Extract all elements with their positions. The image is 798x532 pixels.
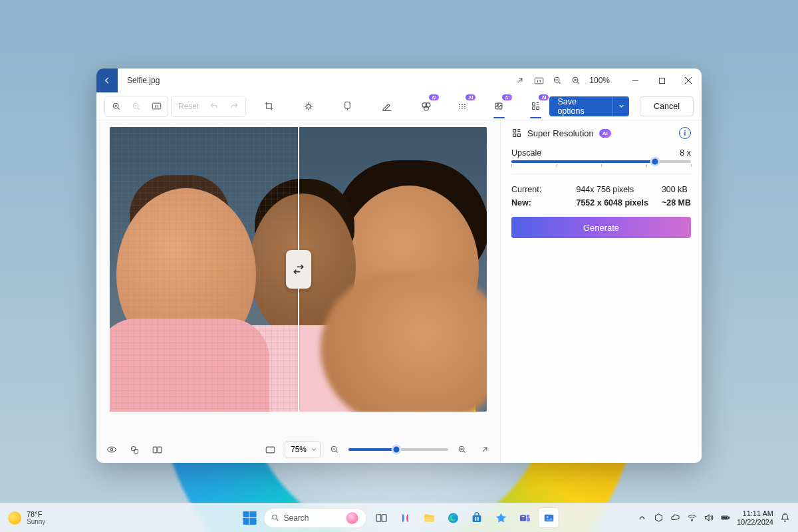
save-options-label: Save options (549, 97, 612, 116)
svg-point-38 (692, 520, 692, 521)
svg-rect-28 (475, 517, 476, 519)
start-button[interactable] (240, 508, 259, 527)
zoom-out-bottom-icon[interactable] (326, 441, 343, 458)
zoom-in-icon[interactable] (567, 71, 585, 90)
fit-screen-icon[interactable] (262, 441, 279, 458)
zoom-percentage: 100% (585, 76, 614, 85)
chevron-up-icon[interactable] (637, 513, 647, 523)
wifi-icon[interactable] (687, 513, 697, 523)
svg-rect-8 (345, 102, 350, 108)
svg-rect-27 (473, 515, 481, 522)
expand-icon[interactable] (511, 71, 529, 90)
svg-rect-24 (382, 514, 386, 521)
super-resolution-icon (511, 128, 522, 138)
crop-tool-icon[interactable] (261, 98, 277, 115)
super-resolution-panel: Super Resolution AI i Upscale 8 x Curren… (500, 120, 702, 463)
save-options-button[interactable]: Save options (549, 96, 629, 116)
filter-tool-icon[interactable] (339, 98, 356, 115)
teams-icon[interactable]: T (515, 508, 535, 527)
mask-icon[interactable] (126, 441, 143, 458)
upscale-slider[interactable] (511, 160, 691, 163)
current-dims: 944x 756 pixels (576, 185, 648, 194)
bottom-bar: 75% (96, 436, 500, 463)
battery-icon[interactable] (720, 513, 730, 523)
redo-icon[interactable] (225, 98, 243, 115)
chevron-down-icon[interactable] (612, 96, 629, 116)
svg-point-14 (110, 448, 112, 450)
zoom-out-icon[interactable] (548, 71, 567, 90)
clock-date[interactable]: 10/22/2024 (737, 518, 773, 527)
svg-rect-19 (267, 447, 275, 453)
window-minimize[interactable] (622, 68, 648, 92)
generate-button[interactable]: Generate (511, 217, 691, 238)
ai-badge: AI (466, 94, 475, 100)
info-icon[interactable]: i (679, 127, 691, 139)
window-close[interactable] (675, 68, 702, 92)
adjust-tool-icon[interactable] (300, 98, 317, 115)
onedrive-icon[interactable] (670, 513, 680, 523)
erase-tool-icon[interactable]: AI (418, 98, 434, 115)
photos-app-icon[interactable] (539, 508, 559, 527)
remove-bg-tool-icon[interactable]: AI (491, 98, 507, 115)
ai-badge: AI (539, 94, 549, 100)
weather-desc: Sunny (27, 518, 45, 525)
compare-handle[interactable] (286, 250, 311, 289)
fit-tool-icon[interactable] (148, 98, 165, 115)
current-size: 300 kB (662, 185, 691, 194)
svg-rect-0 (535, 78, 543, 84)
copilot-icon[interactable] (396, 508, 415, 527)
cloud-sync-icon[interactable] (654, 513, 664, 523)
weather-temp: 78°F (27, 510, 45, 518)
history-group: Reset (171, 96, 246, 117)
svg-rect-30 (475, 519, 476, 521)
reset-button[interactable]: Reset (174, 102, 203, 111)
svg-rect-41 (722, 517, 727, 519)
blur-tool-icon[interactable]: AI (454, 98, 471, 115)
chevron-down-icon (311, 446, 317, 453)
titlebar: Selfie.jpg 100% (96, 68, 702, 92)
zoom-in-tool-icon[interactable] (108, 98, 125, 115)
super-resolution-tool-icon[interactable]: AI (527, 98, 544, 115)
search-highlight-icon (346, 512, 358, 524)
notifications-icon[interactable] (780, 513, 790, 523)
fullscreen-icon[interactable] (476, 441, 493, 458)
edit-toolbar: Reset AI AI AI AI Save options Cancel (96, 92, 702, 120)
svg-rect-23 (376, 514, 381, 521)
clock-time[interactable]: 11:11 AM (737, 509, 773, 518)
zoom-out-tool-icon[interactable] (128, 98, 145, 115)
compare-icon[interactable] (148, 441, 166, 458)
image-preview (110, 127, 487, 412)
ai-badge: AI (502, 94, 512, 100)
zoom-select[interactable]: 75% (285, 441, 321, 458)
window-maximize[interactable] (648, 68, 675, 92)
actual-size-icon[interactable] (529, 71, 548, 90)
weather-widget[interactable]: 78°F Sunny (8, 510, 45, 525)
canvas-area: 75% (96, 120, 500, 463)
taskbar-search[interactable]: Search (264, 508, 367, 528)
svg-rect-29 (477, 517, 479, 519)
sun-icon (8, 511, 21, 525)
svg-rect-6 (152, 103, 161, 109)
svg-rect-31 (477, 519, 479, 521)
svg-point-7 (307, 104, 310, 108)
back-button[interactable] (96, 68, 118, 92)
photos-app-window: Selfie.jpg 100% Reset AI (96, 68, 702, 463)
store-icon[interactable] (467, 508, 487, 527)
new-dims: 7552 x 6048 pixels (576, 198, 648, 207)
task-view-icon[interactable] (372, 508, 391, 527)
undo-icon[interactable] (205, 98, 223, 115)
volume-icon[interactable] (704, 513, 714, 523)
upscale-label: Upscale (511, 148, 541, 158)
zoom-slider[interactable] (348, 448, 448, 451)
explorer-icon[interactable] (420, 508, 439, 527)
svg-rect-40 (728, 517, 729, 519)
svg-point-15 (131, 446, 135, 450)
edge-icon[interactable] (444, 508, 463, 527)
zoom-in-bottom-icon[interactable] (454, 441, 471, 458)
markup-tool-icon[interactable] (378, 98, 395, 115)
system-tray: 11:11 AM 10/22/2024 (637, 509, 790, 526)
eye-icon[interactable] (103, 441, 120, 458)
cancel-button[interactable]: Cancel (640, 96, 694, 116)
search-placeholder: Search (284, 513, 309, 523)
copilot-app-icon[interactable] (491, 508, 511, 527)
